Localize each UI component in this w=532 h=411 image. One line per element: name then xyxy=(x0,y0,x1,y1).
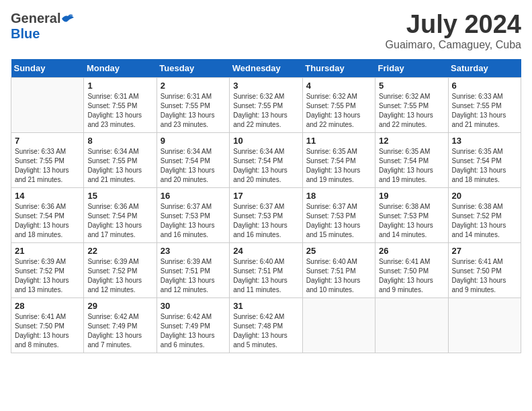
day-number: 16 xyxy=(161,191,226,201)
day-info: Sunrise: 6:35 AMSunset: 7:54 PMDaylight:… xyxy=(306,147,371,185)
day-cell: 23Sunrise: 6:39 AMSunset: 7:51 PMDayligh… xyxy=(157,242,229,298)
day-cell: 24Sunrise: 6:40 AMSunset: 7:51 PMDayligh… xyxy=(230,242,302,298)
day-info: Sunrise: 6:33 AMSunset: 7:55 PMDaylight:… xyxy=(452,92,517,130)
day-cell: 31Sunrise: 6:42 AMSunset: 7:48 PMDayligh… xyxy=(230,298,302,353)
day-cell: 11Sunrise: 6:35 AMSunset: 7:54 PMDayligh… xyxy=(302,132,375,187)
day-cell: 25Sunrise: 6:40 AMSunset: 7:51 PMDayligh… xyxy=(302,242,375,298)
day-number: 22 xyxy=(87,246,152,256)
day-number: 18 xyxy=(306,191,371,201)
day-info: Sunrise: 6:35 AMSunset: 7:54 PMDaylight:… xyxy=(379,147,444,185)
day-cell: 26Sunrise: 6:41 AMSunset: 7:50 PMDayligh… xyxy=(375,242,448,298)
day-cell: 15Sunrise: 6:36 AMSunset: 7:54 PMDayligh… xyxy=(84,187,157,242)
day-number: 6 xyxy=(452,81,517,91)
day-info: Sunrise: 6:37 AMSunset: 7:53 PMDaylight:… xyxy=(161,202,226,240)
day-info: Sunrise: 6:34 AMSunset: 7:54 PMDaylight:… xyxy=(161,147,226,185)
day-cell: 16Sunrise: 6:37 AMSunset: 7:53 PMDayligh… xyxy=(157,187,229,242)
day-number: 14 xyxy=(15,191,80,201)
day-info: Sunrise: 6:40 AMSunset: 7:51 PMDaylight:… xyxy=(306,257,371,295)
logo: General Blue xyxy=(11,11,75,42)
day-cell: 22Sunrise: 6:39 AMSunset: 7:52 PMDayligh… xyxy=(84,242,157,298)
day-cell: 10Sunrise: 6:34 AMSunset: 7:54 PMDayligh… xyxy=(230,132,302,187)
logo-bird-icon xyxy=(60,13,75,24)
day-cell: 20Sunrise: 6:38 AMSunset: 7:52 PMDayligh… xyxy=(448,187,521,242)
day-info: Sunrise: 6:33 AMSunset: 7:55 PMDaylight:… xyxy=(15,147,80,185)
day-info: Sunrise: 6:31 AMSunset: 7:55 PMDaylight:… xyxy=(161,92,226,130)
day-info: Sunrise: 6:37 AMSunset: 7:53 PMDaylight:… xyxy=(306,202,371,240)
day-info: Sunrise: 6:41 AMSunset: 7:50 PMDaylight:… xyxy=(452,257,517,295)
day-number: 2 xyxy=(161,81,226,91)
day-number: 31 xyxy=(233,301,298,311)
day-number: 23 xyxy=(161,246,226,256)
logo-general-text: General xyxy=(11,11,60,26)
day-number: 26 xyxy=(379,246,444,256)
week-row-4: 21Sunrise: 6:39 AMSunset: 7:52 PMDayligh… xyxy=(11,242,521,298)
day-number: 20 xyxy=(452,191,517,201)
day-info: Sunrise: 6:32 AMSunset: 7:55 PMDaylight:… xyxy=(306,92,371,130)
day-number: 25 xyxy=(306,246,371,256)
day-info: Sunrise: 6:32 AMSunset: 7:55 PMDaylight:… xyxy=(379,92,444,130)
day-info: Sunrise: 6:40 AMSunset: 7:51 PMDaylight:… xyxy=(233,257,298,295)
day-number: 17 xyxy=(233,191,298,201)
day-info: Sunrise: 6:42 AMSunset: 7:48 PMDaylight:… xyxy=(233,312,298,350)
day-number: 15 xyxy=(87,191,152,201)
page-header: General Blue July 2024 Guaimaro, Camague… xyxy=(11,11,521,51)
day-cell xyxy=(302,298,375,353)
day-info: Sunrise: 6:31 AMSunset: 7:55 PMDaylight:… xyxy=(87,92,152,130)
day-number: 10 xyxy=(233,136,298,146)
day-number: 3 xyxy=(233,81,298,91)
day-number: 5 xyxy=(379,81,444,91)
day-cell: 21Sunrise: 6:39 AMSunset: 7:52 PMDayligh… xyxy=(11,242,84,298)
header-day-friday: Friday xyxy=(375,59,448,78)
day-cell: 9Sunrise: 6:34 AMSunset: 7:54 PMDaylight… xyxy=(157,132,229,187)
day-number: 21 xyxy=(15,246,80,256)
day-info: Sunrise: 6:42 AMSunset: 7:49 PMDaylight:… xyxy=(87,312,152,350)
day-cell: 8Sunrise: 6:34 AMSunset: 7:55 PMDaylight… xyxy=(84,132,157,187)
day-cell xyxy=(448,298,521,353)
day-cell: 12Sunrise: 6:35 AMSunset: 7:54 PMDayligh… xyxy=(375,132,448,187)
day-cell: 14Sunrise: 6:36 AMSunset: 7:54 PMDayligh… xyxy=(11,187,84,242)
day-number: 8 xyxy=(87,136,152,146)
header-day-thursday: Thursday xyxy=(302,59,375,78)
day-cell: 1Sunrise: 6:31 AMSunset: 7:55 PMDaylight… xyxy=(84,77,157,132)
day-number: 9 xyxy=(161,136,226,146)
week-row-1: 1Sunrise: 6:31 AMSunset: 7:55 PMDaylight… xyxy=(11,77,521,132)
day-info: Sunrise: 6:39 AMSunset: 7:52 PMDaylight:… xyxy=(15,257,80,295)
header-day-wednesday: Wednesday xyxy=(230,59,302,78)
day-info: Sunrise: 6:32 AMSunset: 7:55 PMDaylight:… xyxy=(233,92,298,130)
day-number: 27 xyxy=(452,246,517,256)
day-cell: 29Sunrise: 6:42 AMSunset: 7:49 PMDayligh… xyxy=(84,298,157,353)
day-info: Sunrise: 6:34 AMSunset: 7:55 PMDaylight:… xyxy=(87,147,152,185)
day-cell: 7Sunrise: 6:33 AMSunset: 7:55 PMDaylight… xyxy=(11,132,84,187)
day-number: 4 xyxy=(306,81,371,91)
day-cell: 17Sunrise: 6:37 AMSunset: 7:53 PMDayligh… xyxy=(230,187,302,242)
location-title: Guaimaro, Camaguey, Cuba xyxy=(386,39,521,51)
day-number: 1 xyxy=(87,81,152,91)
day-info: Sunrise: 6:36 AMSunset: 7:54 PMDaylight:… xyxy=(87,202,152,240)
day-number: 13 xyxy=(452,136,517,146)
title-area: July 2024 Guaimaro, Camaguey, Cuba xyxy=(386,11,521,51)
week-row-3: 14Sunrise: 6:36 AMSunset: 7:54 PMDayligh… xyxy=(11,187,521,242)
day-info: Sunrise: 6:35 AMSunset: 7:54 PMDaylight:… xyxy=(452,147,517,185)
day-number: 7 xyxy=(15,136,80,146)
day-info: Sunrise: 6:41 AMSunset: 7:50 PMDaylight:… xyxy=(15,312,80,350)
day-number: 19 xyxy=(379,191,444,201)
day-cell: 19Sunrise: 6:38 AMSunset: 7:53 PMDayligh… xyxy=(375,187,448,242)
day-cell: 4Sunrise: 6:32 AMSunset: 7:55 PMDaylight… xyxy=(302,77,375,132)
day-number: 29 xyxy=(87,301,152,311)
day-info: Sunrise: 6:38 AMSunset: 7:53 PMDaylight:… xyxy=(379,202,444,240)
day-info: Sunrise: 6:39 AMSunset: 7:51 PMDaylight:… xyxy=(161,257,226,295)
day-cell: 3Sunrise: 6:32 AMSunset: 7:55 PMDaylight… xyxy=(230,77,302,132)
day-cell xyxy=(11,77,84,132)
header-day-saturday: Saturday xyxy=(448,59,521,78)
day-cell: 2Sunrise: 6:31 AMSunset: 7:55 PMDaylight… xyxy=(157,77,229,132)
day-info: Sunrise: 6:41 AMSunset: 7:50 PMDaylight:… xyxy=(379,257,444,295)
day-cell: 5Sunrise: 6:32 AMSunset: 7:55 PMDaylight… xyxy=(375,77,448,132)
day-cell: 13Sunrise: 6:35 AMSunset: 7:54 PMDayligh… xyxy=(448,132,521,187)
header-day-sunday: Sunday xyxy=(11,59,84,78)
day-cell: 27Sunrise: 6:41 AMSunset: 7:50 PMDayligh… xyxy=(448,242,521,298)
month-title: July 2024 xyxy=(386,11,521,39)
day-number: 24 xyxy=(233,246,298,256)
day-number: 11 xyxy=(306,136,371,146)
day-cell xyxy=(375,298,448,353)
day-info: Sunrise: 6:39 AMSunset: 7:52 PMDaylight:… xyxy=(87,257,152,295)
